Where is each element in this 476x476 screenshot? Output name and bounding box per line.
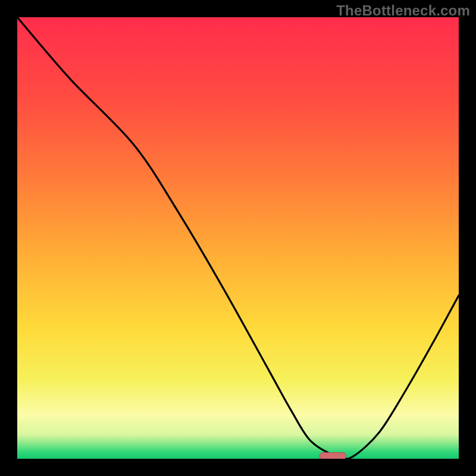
bottleneck-plot [0, 0, 476, 476]
chart-root: TheBottleneck.com [0, 0, 476, 476]
optimal-marker [320, 453, 346, 460]
watermark-text: TheBottleneck.com [336, 2, 470, 19]
plot-background [17, 17, 459, 459]
